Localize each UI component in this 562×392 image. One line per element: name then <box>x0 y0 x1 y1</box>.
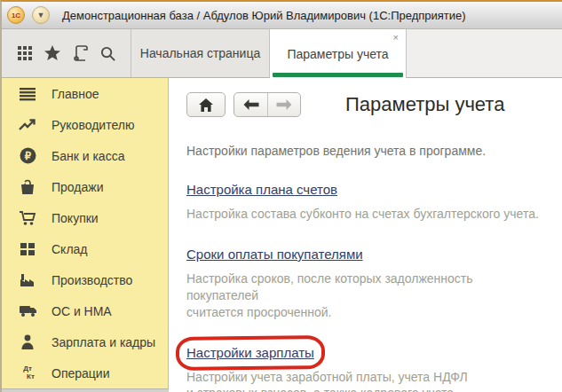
body-row: Главное Руководителю ₽ <box>2 78 562 392</box>
description-line: Настройки учета заработной платы, учета … <box>186 370 468 384</box>
tab-strip: Начальная страница Параметры учета × <box>2 29 562 78</box>
section-description: Настройка состава субконто на счетах бух… <box>186 206 548 223</box>
title-bar: 1С ▼ Демонстрационная база / Абдулов Юри… <box>2 2 562 29</box>
payment-terms-link[interactable]: Сроки оплаты покупателями <box>186 247 363 262</box>
salary-settings-link[interactable]: Настройки зарплаты <box>186 345 314 360</box>
shopping-cart-icon <box>18 210 37 226</box>
factory-icon <box>18 273 37 287</box>
sidebar-item-label: Зарплата и кадры <box>51 335 155 349</box>
sections-panel: Главное Руководителю ₽ <box>2 78 169 388</box>
sidebar-item-label: Главное <box>51 87 99 101</box>
sidebar-item-operations[interactable]: Дт Кт Операции <box>2 357 168 388</box>
window-title: Демонстрационная база / Абдулов Юрий Вла… <box>62 9 466 22</box>
tab-close-icon[interactable]: × <box>393 33 399 43</box>
star-favorites-icon[interactable] <box>44 44 61 62</box>
apps-grid-icon[interactable] <box>16 44 34 62</box>
sidebar-item-label: Банк и касса <box>51 149 124 163</box>
sidebar-column: Главное Руководителю ₽ <box>2 78 169 392</box>
sidebar-item-label: Покупки <box>51 211 99 225</box>
sidebar-item-label: Руководителю <box>51 118 134 132</box>
ruble-circle-icon: ₽ <box>18 147 37 164</box>
sidebar-item-manager[interactable]: Руководителю <box>2 109 168 140</box>
description-line: считается просроченной. <box>186 305 332 319</box>
shopping-bag-icon <box>18 179 37 195</box>
settings-section-payment-terms: Сроки оплаты покупателями Настройка срок… <box>186 247 548 321</box>
navigation-row: Параметры учета <box>186 92 548 117</box>
sidebar-item-purchases[interactable]: Покупки <box>2 202 168 233</box>
window-bottom-frame <box>2 388 169 392</box>
person-icon <box>18 334 37 349</box>
panel-toolbar <box>2 29 131 77</box>
page-title: Параметры учета <box>345 93 504 116</box>
sidebar-item-label: Производство <box>51 273 132 287</box>
sidebar-item-payroll-hr[interactable]: Зарплата и кадры <box>2 326 168 357</box>
description-line: Настройка сроков, после которых задолжен… <box>186 271 473 302</box>
forward-arrow-icon <box>276 99 292 110</box>
search-icon[interactable] <box>99 45 116 62</box>
sidebar-item-label: ОС и НМА <box>51 304 112 318</box>
system-menu-button[interactable]: ▼ <box>32 6 50 24</box>
sidebar-item-warehouse[interactable]: Склад <box>2 233 168 264</box>
1c-logo-icon[interactable]: 1С <box>7 6 25 24</box>
back-button[interactable] <box>234 93 267 116</box>
section-description: Настройки учета заработной платы, учета … <box>186 369 548 392</box>
forward-button[interactable] <box>267 93 300 116</box>
debit-credit-icon: Дт Кт <box>18 365 37 381</box>
home-icon <box>199 98 213 112</box>
chart-of-accounts-link[interactable]: Настройка плана счетов <box>186 182 337 197</box>
trend-up-icon <box>18 118 37 132</box>
sidebar-item-label: Операции <box>51 366 110 380</box>
boxes-icon <box>18 242 37 256</box>
back-arrow-icon <box>243 99 259 110</box>
description-line: и страховых взносов, а также кадрового у… <box>186 386 457 392</box>
history-scroll-icon[interactable] <box>72 44 90 62</box>
tab-home-page[interactable]: Начальная страница <box>131 29 270 77</box>
settings-section-chart-of-accounts: Настройка плана счетов Настройка состава… <box>186 182 548 223</box>
sidebar-item-bank-cash[interactable]: ₽ Банк и касса <box>2 140 168 171</box>
settings-section-salary: Настройки зарплаты Настройки учета зараб… <box>186 345 548 392</box>
app-window: 1С ▼ Демонстрационная база / Абдулов Юри… <box>0 0 562 392</box>
sidebar-item-production[interactable]: Производство <box>2 264 168 295</box>
history-nav-group <box>234 92 301 117</box>
sidebar-item-sales[interactable]: Продажи <box>2 171 168 202</box>
active-tab-underline <box>273 73 403 77</box>
truck-icon <box>18 304 37 318</box>
sidebar-item-fixed-assets[interactable]: ОС и НМА <box>2 295 168 326</box>
description-line: Настройка состава субконто на счетах бух… <box>186 207 539 221</box>
menu-lines-icon <box>18 87 37 101</box>
svg-text:₽: ₽ <box>24 151 31 161</box>
sidebar-item-label: Продажи <box>51 180 103 194</box>
section-description: Настройка сроков, после которых задолжен… <box>186 270 548 321</box>
main-content: Параметры учета Настройки параметров вед… <box>169 78 562 392</box>
sidebar-item-main[interactable]: Главное <box>2 78 168 109</box>
home-button[interactable] <box>186 92 226 117</box>
tab-label: Начальная страница <box>140 46 260 60</box>
sidebar-item-label: Склад <box>51 242 88 256</box>
tab-label: Параметры учета <box>287 47 388 61</box>
page-intro-text: Настройки параметров ведения учета в про… <box>186 144 548 158</box>
tab-accounting-parameters[interactable]: Параметры учета × <box>270 29 407 78</box>
